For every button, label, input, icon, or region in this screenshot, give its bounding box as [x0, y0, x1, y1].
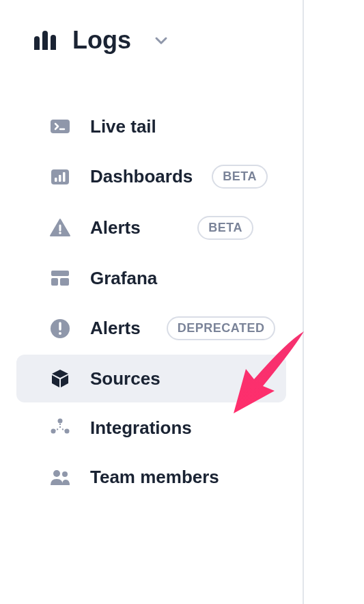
- nav-list: Live tail Dashboards BETA: [0, 102, 303, 501]
- nav-item-live-tail[interactable]: Live tail: [16, 102, 286, 150]
- page-title: Logs: [72, 26, 131, 55]
- svg-point-16: [65, 429, 70, 434]
- svg-rect-3: [55, 178, 57, 182]
- integrations-icon: [49, 417, 71, 439]
- beta-badge: BETA: [197, 216, 253, 240]
- nav-label: Integrations: [90, 417, 192, 439]
- svg-point-15: [51, 429, 56, 434]
- nav-label: Sources: [90, 368, 160, 389]
- svg-rect-9: [51, 278, 58, 286]
- nav-label: Alerts: [90, 318, 141, 339]
- sidebar: Logs Live tail: [0, 0, 304, 604]
- warning-icon: [49, 217, 71, 239]
- svg-rect-5: [63, 172, 66, 182]
- beta-badge: BETA: [212, 165, 268, 189]
- nav-item-team-members[interactable]: Team members: [16, 453, 286, 501]
- nav-label: Grafana: [90, 268, 157, 289]
- svg-point-14: [58, 419, 63, 424]
- svg-rect-10: [60, 278, 69, 286]
- svg-rect-0: [51, 120, 70, 133]
- nav-item-integrations[interactable]: Integrations: [16, 404, 286, 452]
- nav-item-dashboards[interactable]: Dashboards BETA: [16, 152, 286, 202]
- nav-label: Alerts: [90, 217, 141, 238]
- svg-point-18: [62, 471, 68, 477]
- sidebar-header[interactable]: Logs: [0, 26, 303, 55]
- deprecated-badge: DEPRECATED: [167, 316, 276, 340]
- svg-point-7: [59, 232, 61, 234]
- chevron-down-icon[interactable]: [153, 32, 169, 49]
- layout-icon: [49, 267, 71, 289]
- nav-label: Team members: [90, 467, 219, 488]
- nav-item-sources[interactable]: Sources: [16, 355, 286, 402]
- svg-rect-8: [51, 271, 69, 276]
- nav-label: Dashboards: [90, 166, 193, 187]
- chart-icon: [49, 166, 71, 188]
- svg-point-17: [53, 470, 60, 477]
- svg-rect-4: [59, 175, 61, 182]
- cube-icon: [49, 368, 71, 389]
- nav-item-grafana[interactable]: Grafana: [16, 254, 286, 302]
- svg-point-13: [59, 332, 61, 335]
- users-icon: [49, 466, 71, 488]
- nav-item-alerts-beta[interactable]: Alerts BETA: [16, 203, 286, 253]
- nav-label: Live tail: [90, 116, 156, 137]
- exclamation-circle-icon: [49, 318, 71, 340]
- terminal-icon: [49, 115, 71, 137]
- logo-icon: [33, 29, 59, 51]
- nav-item-alerts-deprecated[interactable]: Alerts DEPRECATED: [16, 303, 286, 353]
